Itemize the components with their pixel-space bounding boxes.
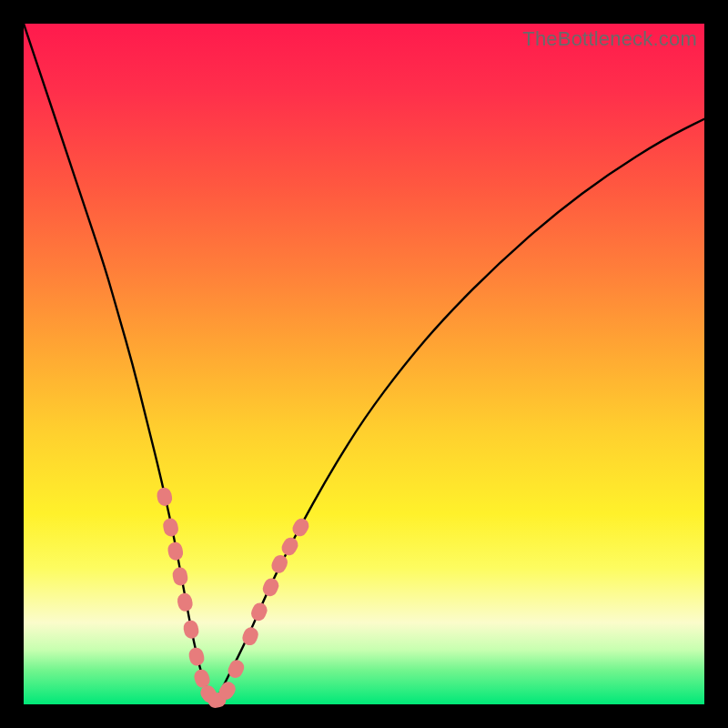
curve-marker (289, 516, 311, 539)
chart-frame: TheBottleneck.com (0, 0, 728, 728)
curve-marker (249, 601, 269, 623)
curve-marker (176, 592, 194, 612)
curve-marker (279, 535, 301, 558)
curve-marker (162, 517, 180, 538)
curve-marker (171, 566, 188, 587)
marker-group (156, 487, 311, 710)
curve-marker (260, 576, 281, 599)
curve-marker (269, 552, 290, 575)
curve-line (24, 24, 704, 699)
curve-marker (182, 619, 200, 640)
curve-marker (156, 487, 174, 508)
chart-plot-area: TheBottleneck.com (24, 24, 704, 704)
bottleneck-curve (24, 24, 704, 704)
curve-marker (187, 646, 206, 667)
curve-marker (167, 541, 185, 561)
